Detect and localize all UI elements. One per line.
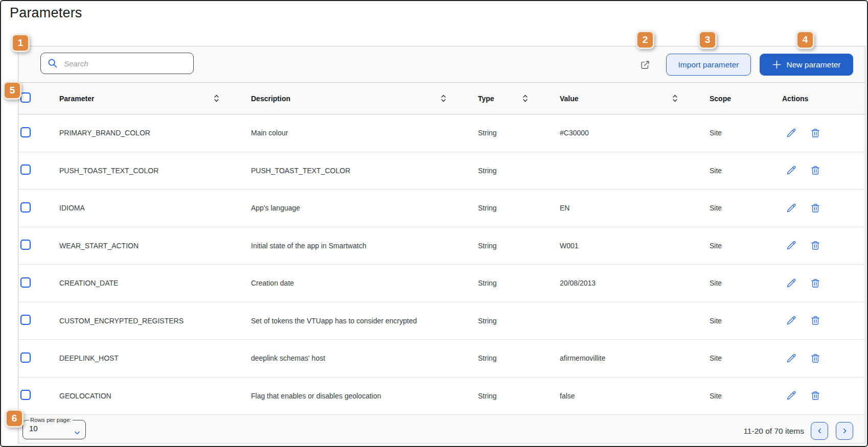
column-header-scope: Scope <box>700 95 773 103</box>
scope-cell: Site <box>700 317 773 325</box>
column-label: Parameter <box>59 95 95 103</box>
delete-parameter-button[interactable] <box>810 128 821 138</box>
row-checkbox[interactable] <box>20 277 31 288</box>
delete-parameter-button[interactable] <box>810 353 821 364</box>
sort-arrows-icon[interactable] <box>441 94 446 103</box>
select-all-checkbox[interactable] <box>20 92 31 103</box>
row-checkbox[interactable] <box>20 164 31 175</box>
open-in-new-icon <box>639 59 651 70</box>
export-button[interactable] <box>639 59 651 70</box>
type-cell: String <box>469 279 551 287</box>
pagination: 11-20 of 70 items <box>743 415 853 443</box>
pencil-icon <box>786 240 797 251</box>
table-footer: Rows per page: 10 11-20 of 70 items <box>18 415 865 443</box>
parameter-cell: PUSH_TOAST_TEXT_COLOR <box>50 167 242 175</box>
trash-icon <box>810 165 820 176</box>
edit-parameter-button[interactable] <box>786 390 797 401</box>
scope-cell: Site <box>700 279 773 287</box>
edit-parameter-button[interactable] <box>786 165 797 176</box>
trash-icon <box>810 278 820 289</box>
description-cell: App's language <box>242 204 469 212</box>
annotation-badge-4: 4 <box>796 31 814 49</box>
next-page-button[interactable] <box>836 422 853 440</box>
sort-arrows-icon[interactable] <box>214 94 219 103</box>
pencil-icon <box>786 165 797 176</box>
edit-parameter-button[interactable] <box>786 315 797 326</box>
type-cell: String <box>469 242 551 250</box>
description-cell: Main colour <box>242 129 469 137</box>
delete-parameter-button[interactable] <box>810 278 821 289</box>
column-header-type[interactable]: Type <box>469 94 551 103</box>
scope-cell: Site <box>700 167 773 175</box>
annotation-badge-5: 5 <box>3 81 21 100</box>
edit-parameter-button[interactable] <box>786 353 797 364</box>
pencil-icon <box>786 353 797 364</box>
delete-parameter-button[interactable] <box>810 240 821 251</box>
delete-parameter-button[interactable] <box>810 315 821 326</box>
description-cell: Set of tokens the VTUapp has to consider… <box>242 317 469 325</box>
type-cell: String <box>469 204 551 212</box>
row-checkbox[interactable] <box>20 240 31 250</box>
parameter-cell: CREATION_DATE <box>50 279 242 287</box>
parameter-cell: CUSTOM_ENCRYPTED_REGISTERS <box>50 317 242 325</box>
scope-cell: Site <box>700 392 773 400</box>
table-row: CREATION_DATE Creation date String 20/08… <box>18 265 865 302</box>
new-parameter-label: New parameter <box>787 60 841 69</box>
rows-per-page-select[interactable]: Rows per page: 10 <box>22 417 86 439</box>
annotation-badge-3: 3 <box>698 31 717 49</box>
row-checkbox[interactable] <box>20 390 31 400</box>
column-header-actions: Actions <box>773 95 865 103</box>
annotation-badge-2: 2 <box>636 31 654 49</box>
scope-cell: Site <box>700 129 773 137</box>
chevron-down-icon <box>74 429 81 436</box>
row-checkbox[interactable] <box>20 352 31 363</box>
pencil-icon <box>786 203 797 214</box>
value-cell: 20/08/2013 <box>551 279 700 287</box>
table-body: PRIMARY_BRAND_COLOR Main colour String #… <box>18 114 865 415</box>
rows-per-page-label: Rows per page: <box>29 417 73 423</box>
annotation-badge-6: 6 <box>5 409 24 428</box>
type-cell: String <box>469 392 551 400</box>
new-parameter-button[interactable]: New parameter <box>760 54 853 76</box>
table-row: PRIMARY_BRAND_COLOR Main colour String #… <box>18 114 865 152</box>
row-checkbox[interactable] <box>20 202 31 213</box>
edit-parameter-button[interactable] <box>786 278 797 289</box>
plus-icon <box>772 60 781 69</box>
description-cell: Creation date <box>242 279 469 287</box>
parameter-cell: GEOLOCATION <box>50 392 242 400</box>
app-window: Parameters Import <box>0 0 868 447</box>
column-header-description[interactable]: Description <box>242 94 469 103</box>
annotation-badge-1: 1 <box>11 34 30 52</box>
search-box[interactable] <box>40 53 194 74</box>
trash-icon <box>810 353 820 364</box>
column-label: Description <box>251 95 290 103</box>
pencil-icon <box>786 278 797 289</box>
value-cell: EN <box>551 204 700 212</box>
import-parameter-button[interactable]: Import parameter <box>666 54 751 76</box>
import-parameter-label: Import parameter <box>678 60 739 69</box>
type-cell: String <box>469 129 551 137</box>
trash-icon <box>810 315 820 326</box>
type-cell: String <box>469 354 551 362</box>
edit-parameter-button[interactable] <box>786 240 797 251</box>
delete-parameter-button[interactable] <box>810 203 821 214</box>
value-cell: afirmemovillite <box>551 354 700 362</box>
table-row: IDIOMA App's language String EN Site <box>18 190 865 227</box>
row-checkbox[interactable] <box>20 127 31 137</box>
table-row: DEEPLINK_HOST deeplink schemas' host Str… <box>18 340 865 378</box>
parameters-panel: Import parameter New parameter Parameter <box>18 46 865 443</box>
edit-parameter-button[interactable] <box>786 203 797 214</box>
delete-parameter-button[interactable] <box>810 390 821 401</box>
sort-arrows-icon[interactable] <box>522 94 528 103</box>
sort-arrows-icon[interactable] <box>672 94 678 103</box>
previous-page-button[interactable] <box>811 422 828 440</box>
chevron-left-icon <box>816 428 823 434</box>
row-checkbox[interactable] <box>20 315 31 325</box>
edit-parameter-button[interactable] <box>786 128 797 138</box>
pencil-icon <box>786 315 797 326</box>
column-header-parameter[interactable]: Parameter <box>50 94 242 103</box>
delete-parameter-button[interactable] <box>810 165 821 176</box>
search-input[interactable] <box>63 59 187 68</box>
column-header-value[interactable]: Value <box>551 94 700 103</box>
trash-icon <box>810 128 820 138</box>
